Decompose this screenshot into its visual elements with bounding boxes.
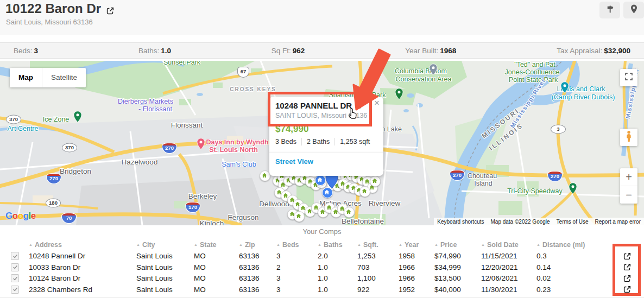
zoom-out-button[interactable]: − (620, 186, 637, 204)
comp-house-marker[interactable] (260, 170, 270, 181)
green-poi-pin-icon (73, 111, 82, 125)
row-checkbox[interactable] (11, 274, 19, 282)
column-header-year[interactable]: ▲Year (399, 241, 434, 249)
column-header-city[interactable]: ▲City (136, 241, 194, 249)
cell-baths: 2.0 (318, 252, 357, 260)
comp-house-marker[interactable] (359, 186, 370, 197)
sort-icon: ▲ (276, 243, 280, 246)
page-header: 10122 Baron Dr Saint Louis, Missouri 631… (0, 0, 644, 35)
column-header-distance[interactable]: ▲Distance (mi) (536, 241, 591, 249)
column-header-sqft[interactable]: ▲Sqft. (357, 241, 399, 249)
map-type-map-button[interactable]: Map (10, 68, 42, 87)
infowindow-beds: 3 Beds (275, 138, 301, 145)
map-label: Jones-Confluence (505, 68, 560, 76)
row-external-link-icon[interactable] (622, 262, 632, 272)
infowindow-baths: 2 Baths (301, 138, 334, 145)
cell-city: Saint Louis (136, 286, 194, 294)
infowindow-specs: 3 Beds 2 Baths 1,253 sqft (275, 138, 375, 145)
cell-price: $74,990 (434, 252, 481, 260)
zoom-control: + − (620, 168, 637, 204)
row-checkbox[interactable] (11, 286, 19, 294)
column-header-baths[interactable]: ▲Baths (318, 241, 357, 249)
cell-beds: 2 (276, 263, 318, 271)
map-label: Tri-City Speedway (507, 187, 563, 195)
row-checkbox[interactable] (11, 252, 19, 260)
sort-icon: ▲ (357, 243, 361, 246)
column-header-sold-date[interactable]: ▲Sold Date (481, 241, 536, 249)
pegman-control[interactable] (620, 129, 637, 146)
map-data-credit: Map data ©2022 Google (487, 218, 553, 225)
tree-poi-pin-icon (395, 88, 403, 102)
map-label: Point State Park (509, 76, 558, 84)
cell-beds: 3 (276, 286, 318, 294)
cell-sqft: 1,100 (357, 274, 399, 282)
map-label: Art Centre (8, 125, 39, 132)
cell-sold-date: 12/06/2021 (481, 274, 536, 282)
cell-distance: 0.02 (536, 274, 591, 282)
row-external-link-icon[interactable] (622, 274, 632, 283)
cell-baths: 1.0 (318, 274, 357, 282)
column-header-address[interactable]: ▲Address (29, 241, 136, 249)
row-external-link-icon[interactable] (622, 284, 632, 294)
bottom-divider (0, 297, 644, 297)
cell-sqft: 1,253 (357, 252, 399, 260)
cell-sold-date: 11/30/2021 (481, 286, 536, 294)
fullscreen-icon (624, 72, 634, 84)
map-label: Sam's Club (222, 161, 256, 168)
sort-icon: ▲ (318, 243, 321, 246)
map-label: "Ted" and Pat (514, 61, 555, 68)
fullscreen-button[interactable] (620, 69, 637, 86)
cell-sold-date: 12/20/2021 (481, 263, 536, 271)
column-header-zip[interactable]: ▲Zip (239, 241, 276, 249)
street-view-button[interactable] (599, 2, 620, 18)
cell-price: $40,000 (434, 286, 481, 294)
comp-house-marker[interactable] (370, 176, 381, 187)
cell-zip: 63136 (239, 252, 276, 260)
infowindow-sqft: 1,253 sqft (334, 138, 375, 145)
stat-tax-appraisal: Tax Appraisal:$32,900 (557, 47, 630, 55)
street-view-link[interactable]: Street View (275, 157, 313, 166)
external-link-icon[interactable] (105, 4, 115, 14)
map-type-satellite-button[interactable]: Satellite (42, 68, 86, 87)
cell-city: Saint Louis (136, 252, 194, 260)
map-label: Ice Zone (43, 116, 70, 123)
comps-table-header: ▲Address ▲City ▲State ▲Zip ▲Beds ▲Baths … (0, 239, 644, 251)
keyboard-shortcuts-link[interactable]: Keyboard shortcuts (434, 218, 487, 225)
route-shield: 370 (62, 143, 77, 153)
cell-state: MO (194, 252, 239, 260)
map-label: Columbia Bottom (395, 67, 447, 75)
map-pin-button[interactable] (623, 2, 644, 18)
infowindow-external-link-icon[interactable] (355, 102, 363, 110)
infowindow-close-button[interactable]: × (374, 98, 380, 107)
cell-state: MO (194, 263, 239, 271)
report-map-error-link[interactable]: Report a map error (592, 218, 644, 225)
sort-icon: ▲ (136, 243, 140, 246)
infowindow-title: 10248 PANNELL DR (275, 101, 352, 110)
comp-house-marker[interactable] (294, 211, 305, 222)
route-shield: 370 (6, 115, 21, 124)
cell-address: 10124 Baron Dr (29, 274, 136, 282)
row-external-link-icon[interactable] (622, 251, 632, 261)
map-label: Days Inn by Wyndh (206, 138, 268, 146)
map-label: St. Louis North (209, 146, 258, 154)
column-header-beds[interactable]: ▲Beds (276, 241, 318, 249)
zoom-in-button[interactable]: + (620, 168, 637, 186)
map-label: Conservation Area (396, 75, 452, 83)
google-map[interactable]: Map Satellite + − Google Keyboard shortc… (0, 61, 644, 225)
cell-city: Saint Louis (136, 274, 194, 282)
row-checkbox[interactable] (11, 263, 19, 271)
column-header-state[interactable]: ▲State (194, 241, 239, 249)
map-label: - Florissant (138, 105, 172, 113)
map-label: Dierbergs Markets (118, 98, 173, 105)
comp-house-marker[interactable] (344, 207, 355, 218)
selected-house-marker[interactable] (315, 175, 326, 186)
cell-baths: 1.0 (318, 286, 357, 294)
terms-of-use-link[interactable]: Terms of Use (553, 218, 592, 225)
cell-price: $13,500 (434, 274, 481, 282)
cell-address: 10033 Baron Dr (29, 263, 136, 271)
map-label: Kinloch (200, 219, 224, 226)
column-header-price[interactable]: ▲Price (434, 241, 481, 249)
comps-section-title: Your Comps (0, 227, 644, 236)
cell-beds: 3 (276, 274, 318, 282)
cell-zip: 63136 (239, 263, 276, 271)
